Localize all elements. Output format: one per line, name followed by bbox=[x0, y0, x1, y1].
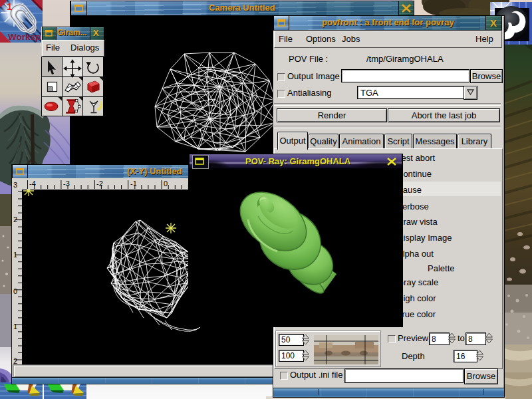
svg-text:2: 2 bbox=[13, 215, 17, 223]
svg-text:1: 1 bbox=[7, 1, 12, 12]
svg-text:1: 1 bbox=[13, 323, 17, 331]
svg-text:2: 2 bbox=[13, 357, 17, 364]
svg-text:-4: -4 bbox=[29, 180, 36, 188]
svg-text:0: 0 bbox=[164, 180, 168, 188]
svg-text:0: 0 bbox=[13, 287, 17, 295]
svg-text:-3: -3 bbox=[63, 180, 70, 188]
svg-text:-2: -2 bbox=[96, 180, 103, 188]
svg-text:1: 1 bbox=[13, 251, 17, 259]
svg-text:-1: -1 bbox=[130, 180, 137, 188]
svg-text:3: 3 bbox=[13, 181, 17, 189]
svg-text:Worksp: Worksp bbox=[8, 32, 41, 42]
